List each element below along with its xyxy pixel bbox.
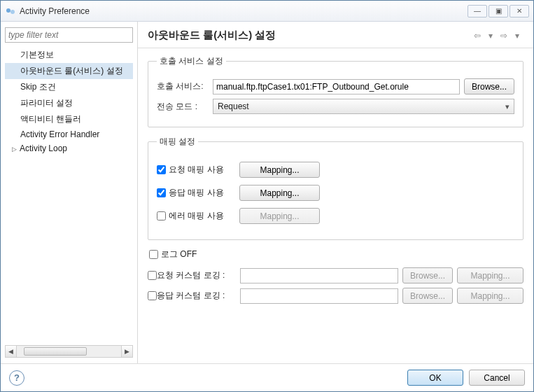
tree-item-basic[interactable]: 기본정보: [5, 47, 133, 63]
res-mapping-button[interactable]: Mapping...: [239, 185, 320, 201]
mapping-group: 매핑 설정 요청 매핑 사용 Mapping... 응답 매핑 사용: [148, 136, 524, 240]
minimize-button[interactable]: —: [468, 5, 487, 18]
help-icon[interactable]: ?: [9, 370, 24, 386]
window-title: Activity Preference: [20, 6, 90, 16]
req-custom-log-mapping-button: Mapping...: [457, 267, 524, 284]
tree-horizontal-scrollbar[interactable]: ◀ ▶: [5, 345, 133, 358]
maximize-button[interactable]: ▣: [489, 5, 508, 18]
view-menu-icon[interactable]: ▾: [511, 29, 524, 42]
res-custom-log-label[interactable]: 응답 커스텀 로깅 :: [148, 290, 236, 302]
cancel-button[interactable]: Cancel: [469, 370, 525, 386]
req-mapping-checkbox-label[interactable]: 요청 매핑 사용: [157, 164, 232, 176]
mapping-legend: 매핑 설정: [157, 136, 198, 148]
section-header: 아웃바운드 룰(서비스) 설정 ⇦ ▾ ⇨ ▾: [138, 22, 533, 48]
scroll-left-icon[interactable]: ◀: [6, 346, 17, 357]
tree-item-error-handler[interactable]: Activity Error Handler: [5, 127, 133, 141]
left-pane: 기본정보 아웃바운드 룰(서비스) 설정 Skip 조건 파라미터 설정 액티비…: [1, 22, 138, 363]
tree-item-parameter[interactable]: 파라미터 설정: [5, 95, 133, 111]
close-button[interactable]: ✕: [510, 5, 529, 18]
tree-item-skip[interactable]: Skip 조건: [5, 79, 133, 95]
call-service-input[interactable]: [213, 79, 460, 94]
scroll-thumb[interactable]: [24, 347, 87, 356]
browse-service-button[interactable]: Browse...: [464, 78, 514, 94]
res-mapping-checkbox-label[interactable]: 응답 매핑 사용: [157, 187, 232, 199]
req-mapping-button[interactable]: Mapping...: [239, 162, 320, 178]
svg-point-1: [10, 10, 15, 14]
back-icon[interactable]: ⇦: [471, 29, 484, 42]
call-service-group: 호출 서비스 설정 호출 서비스: Browse... 전송 모드 : Requ…: [148, 55, 524, 127]
ok-button[interactable]: OK: [407, 370, 463, 386]
res-custom-log-input[interactable]: [240, 288, 398, 304]
err-mapping-checkbox-label[interactable]: 에러 매핑 사용: [157, 210, 232, 222]
preference-dialog: Activity Preference — ▣ ✕ 기본정보 아웃바운드 룰(서…: [0, 0, 534, 392]
tree-item-outbound-rule[interactable]: 아웃바운드 룰(서비스) 설정: [5, 63, 133, 79]
err-mapping-button: Mapping...: [239, 208, 320, 224]
mode-label: 전송 모드 :: [157, 101, 209, 113]
req-custom-log-input[interactable]: [240, 268, 398, 284]
mode-select[interactable]: Request: [213, 99, 514, 114]
dialog-button-bar: ? OK Cancel: [1, 363, 533, 391]
res-mapping-checkbox[interactable]: [157, 188, 166, 197]
log-off-checkbox[interactable]: [149, 250, 158, 259]
req-mapping-checkbox[interactable]: [157, 165, 166, 174]
back-menu-icon[interactable]: ▾: [484, 29, 497, 42]
nav-tree: 기본정보 아웃바운드 룰(서비스) 설정 Skip 조건 파라미터 설정 액티비…: [5, 47, 133, 345]
mode-value: Request: [218, 102, 249, 111]
res-custom-log-browse-button: Browse...: [402, 288, 453, 304]
req-custom-log-label[interactable]: 요청 커스텀 로깅 :: [148, 270, 236, 281]
err-mapping-checkbox[interactable]: [157, 211, 166, 220]
page-title: 아웃바운드 룰(서비스) 설정: [148, 29, 276, 42]
section-body: 호출 서비스 설정 호출 서비스: Browse... 전송 모드 : Requ…: [138, 48, 533, 363]
call-service-label: 호출 서비스:: [157, 80, 209, 92]
titlebar: Activity Preference — ▣ ✕: [1, 1, 533, 22]
log-off-checkbox-label[interactable]: 로그 OFF: [149, 248, 225, 260]
call-service-legend: 호출 서비스 설정: [157, 55, 226, 67]
req-custom-log-browse-button: Browse...: [402, 267, 453, 284]
scroll-right-icon[interactable]: ▶: [121, 346, 132, 357]
client-area: 기본정보 아웃바운드 룰(서비스) 설정 Skip 조건 파라미터 설정 액티비…: [1, 22, 533, 363]
tree-item-activity-handler[interactable]: 액티비티 핸들러: [5, 111, 133, 127]
req-custom-log-checkbox[interactable]: [148, 271, 157, 280]
res-custom-log-checkbox[interactable]: [148, 291, 157, 300]
res-custom-log-mapping-button: Mapping...: [457, 288, 524, 304]
tree-item-activity-loop[interactable]: Activity Loop: [5, 141, 133, 155]
forward-icon[interactable]: ⇨: [498, 29, 510, 42]
app-icon: [5, 6, 16, 17]
svg-point-0: [6, 8, 10, 13]
right-pane: 아웃바운드 룰(서비스) 설정 ⇦ ▾ ⇨ ▾ 호출 서비스 설정 호출 서비스…: [138, 22, 533, 363]
filter-input[interactable]: [5, 27, 133, 43]
